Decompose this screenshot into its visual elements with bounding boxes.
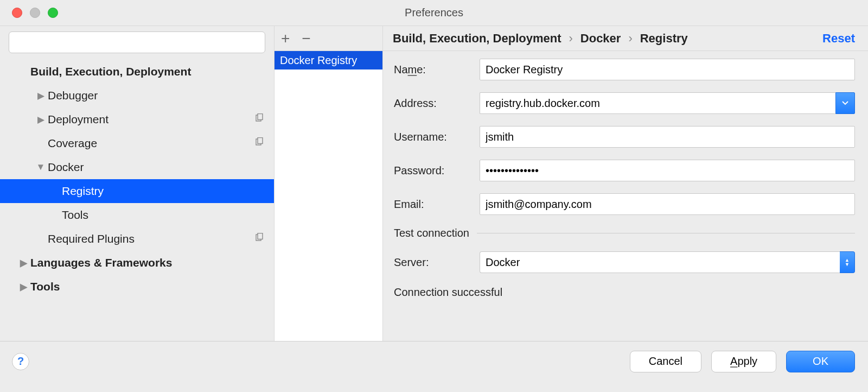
username-label: Username: xyxy=(394,131,480,143)
tree-item-build-execution-deployment[interactable]: Build, Execution, Deployment xyxy=(0,60,274,84)
tree-item-label: Deployment xyxy=(48,113,254,126)
crumb-2: Registry xyxy=(640,31,688,46)
tree-item-label: Build, Execution, Deployment xyxy=(30,65,274,78)
password-label: Password: xyxy=(394,165,480,177)
copy-icon xyxy=(254,232,264,245)
tree-item-tools[interactable]: Tools xyxy=(0,203,274,227)
tree-item-label: Registry xyxy=(62,185,274,198)
chevron-right-icon: ▶ xyxy=(16,257,30,269)
remove-registry-button[interactable]: − xyxy=(302,31,310,46)
search-input[interactable] xyxy=(9,31,265,53)
address-label: Address: xyxy=(394,97,480,110)
registry-detail-panel: Build, Execution, Deployment › Docker › … xyxy=(383,26,868,341)
divider xyxy=(477,233,855,233)
add-registry-button[interactable]: + xyxy=(281,31,290,46)
name-label: Name: xyxy=(394,64,480,76)
tree-item-label: Required Plugins xyxy=(48,232,254,245)
chevron-down-icon: ▼ xyxy=(34,162,48,173)
server-label: Server: xyxy=(394,256,480,269)
tree-item-required-plugins[interactable]: Required Plugins xyxy=(0,227,274,251)
tree-item-deployment[interactable]: ▶Deployment xyxy=(0,108,274,131)
preferences-tree: Build, Execution, Deployment▶Debugger▶De… xyxy=(0,58,274,341)
tree-item-label: Tools xyxy=(62,208,274,222)
reset-link[interactable]: Reset xyxy=(822,31,855,46)
server-select[interactable] xyxy=(480,251,840,273)
chevron-right-icon: › xyxy=(628,31,632,46)
cancel-button[interactable]: Cancel xyxy=(630,351,701,372)
titlebar: Preferences xyxy=(0,0,868,26)
ok-button[interactable]: OK xyxy=(786,351,855,372)
chevron-right-icon: ▶ xyxy=(16,281,30,293)
tree-item-debugger[interactable]: ▶Debugger xyxy=(0,84,274,108)
registry-list-panel: + − Docker Registry xyxy=(275,26,383,341)
tree-item-registry[interactable]: Registry xyxy=(0,179,274,203)
registry-list-toolbar: + − xyxy=(275,26,382,51)
tree-item-languages-frameworks[interactable]: ▶Languages & Frameworks xyxy=(0,251,274,275)
crumb-0: Build, Execution, Deployment xyxy=(393,31,561,46)
breadcrumb: Build, Execution, Deployment › Docker › … xyxy=(383,26,868,51)
server-dropdown-button[interactable]: ▲▼ xyxy=(840,251,855,273)
tree-item-label: Tools xyxy=(30,280,274,293)
tree-item-label: Coverage xyxy=(48,137,254,150)
connection-status: Connection successful xyxy=(394,285,855,299)
password-field[interactable] xyxy=(480,160,855,181)
address-dropdown-button[interactable] xyxy=(835,92,855,114)
dialog-footer: ? Cancel Apply OK xyxy=(0,341,868,381)
username-field[interactable] xyxy=(480,126,855,148)
crumb-1: Docker xyxy=(580,31,621,46)
tree-item-label: Languages & Frameworks xyxy=(30,256,274,269)
tree-item-coverage[interactable]: Coverage xyxy=(0,131,274,155)
window-title: Preferences xyxy=(0,7,868,19)
registry-list-item[interactable]: Docker Registry xyxy=(275,51,382,69)
email-label: Email: xyxy=(394,198,480,211)
tree-item-label: Debugger xyxy=(48,89,274,102)
chevron-right-icon: ▶ xyxy=(34,90,48,102)
copy-icon xyxy=(254,113,264,126)
chevron-right-icon: ▶ xyxy=(34,114,48,125)
email-field[interactable] xyxy=(480,193,855,215)
apply-button[interactable]: Apply xyxy=(711,351,776,372)
test-connection-label: Test connection xyxy=(394,227,469,239)
svg-rect-7 xyxy=(258,233,263,239)
registry-list: Docker Registry xyxy=(275,51,382,341)
preferences-tree-panel: Build, Execution, Deployment▶Debugger▶De… xyxy=(0,26,275,341)
copy-icon xyxy=(254,137,264,150)
name-field[interactable] xyxy=(480,59,855,80)
help-button[interactable]: ? xyxy=(12,353,29,370)
tree-item-docker[interactable]: ▼Docker xyxy=(0,155,274,179)
address-field[interactable] xyxy=(480,92,835,114)
tree-item-label: Docker xyxy=(48,161,274,174)
svg-rect-5 xyxy=(258,138,263,144)
svg-rect-3 xyxy=(258,114,263,120)
chevron-right-icon: › xyxy=(569,31,572,46)
tree-item-tools[interactable]: ▶Tools xyxy=(0,275,274,299)
